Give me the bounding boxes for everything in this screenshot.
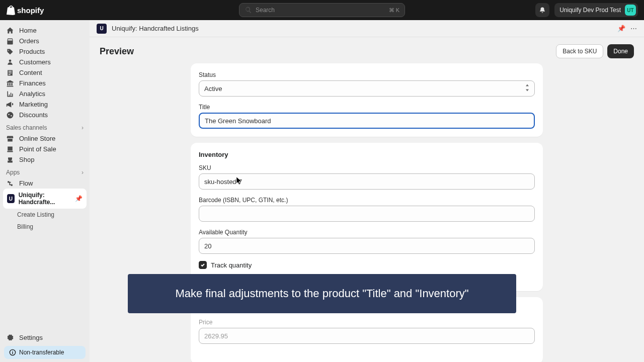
sidebar-item-flow[interactable]: Flow bbox=[0, 178, 90, 189]
topbar-right: Uniquify Dev Prod Test UT bbox=[535, 3, 638, 17]
title-input[interactable] bbox=[199, 113, 535, 129]
search-icon bbox=[245, 6, 253, 14]
qty-label: Available Quantity bbox=[199, 229, 535, 236]
sidebar-item-content[interactable]: Content bbox=[0, 67, 90, 78]
price-input[interactable] bbox=[199, 328, 535, 344]
non-transferable-badge[interactable]: Non-transferable bbox=[4, 346, 86, 359]
checkbox-checked-icon bbox=[199, 261, 207, 269]
marketing-icon bbox=[6, 101, 14, 109]
section-label: Apps bbox=[6, 169, 20, 176]
title-label: Title bbox=[199, 104, 535, 111]
track-quantity-checkbox[interactable]: Track quantity bbox=[199, 261, 535, 269]
sub-item-billing[interactable]: Billing bbox=[0, 221, 90, 233]
flow-icon bbox=[6, 179, 14, 188]
sidebar-item-label: Point of Sale bbox=[19, 145, 56, 153]
topbar: shopify Search ⌘ K Uniquify Dev Prod Tes… bbox=[0, 0, 644, 20]
sidebar-item-shop[interactable]: Shop bbox=[0, 154, 90, 165]
sidebar-item-home[interactable]: Home bbox=[0, 25, 90, 36]
status-select[interactable]: Active bbox=[199, 80, 535, 97]
sidebar-item-label: Home bbox=[19, 27, 37, 34]
pos-icon bbox=[6, 145, 14, 153]
barcode-input[interactable] bbox=[199, 206, 535, 222]
sku-input[interactable] bbox=[199, 173, 535, 190]
app-header: U Uniquify: Handcrafted Listings 📌 ⋯ bbox=[90, 20, 644, 37]
search-placeholder: Search bbox=[256, 7, 275, 14]
gear-icon bbox=[6, 334, 14, 342]
discounts-icon bbox=[6, 111, 14, 119]
sidebar-item-orders[interactable]: Orders bbox=[0, 36, 90, 46]
sidebar-item-label: Flow bbox=[19, 179, 33, 187]
uniquify-app-icon: U bbox=[97, 24, 107, 34]
sidebar-item-label: Uniquify: Handcrafte... bbox=[19, 192, 71, 206]
page-title: Preview bbox=[100, 46, 134, 57]
inventory-heading: Inventory bbox=[199, 151, 535, 158]
sidebar-item-customers[interactable]: Customers bbox=[0, 57, 90, 67]
notifications-button[interactable] bbox=[535, 3, 549, 17]
status-label: Status bbox=[199, 71, 535, 78]
sub-item-label: Create Listing bbox=[17, 211, 54, 218]
checkbox-label: Track quantity bbox=[211, 261, 252, 269]
uniquify-app-icon: U bbox=[7, 194, 15, 203]
analytics-icon bbox=[6, 90, 14, 98]
home-icon bbox=[6, 27, 14, 35]
sidebar-item-label: Customers bbox=[19, 58, 51, 66]
sidebar-item-online-store[interactable]: Online Store bbox=[0, 133, 90, 144]
sidebar-item-label: Orders bbox=[19, 37, 39, 45]
sidebar-item-uniquify[interactable]: U Uniquify: Handcrafte... 📌 bbox=[3, 189, 87, 209]
shopify-logo[interactable]: shopify bbox=[6, 5, 44, 15]
button-label: Done bbox=[613, 48, 628, 55]
status-title-card: Status Active Title bbox=[191, 63, 543, 137]
page-header: Preview Back to SKU Done bbox=[90, 37, 644, 63]
sidebar-item-pos[interactable]: Point of Sale bbox=[0, 144, 90, 154]
barcode-label: Barcode (ISBN, UPC, GTIN, etc.) bbox=[199, 197, 535, 204]
done-button[interactable]: Done bbox=[607, 44, 634, 58]
badge-label: Non-transferable bbox=[19, 349, 64, 356]
info-icon bbox=[9, 349, 16, 356]
more-icon[interactable]: ⋯ bbox=[630, 25, 637, 32]
back-to-sku-button[interactable]: Back to SKU bbox=[556, 44, 603, 58]
chevron-right-icon: › bbox=[82, 124, 84, 131]
avatar: UT bbox=[625, 5, 636, 16]
app-header-title: Uniquify: Handcrafted Listings bbox=[112, 25, 199, 32]
sidebar-item-label: Marketing bbox=[19, 101, 48, 108]
apps-header[interactable]: Apps› bbox=[0, 165, 90, 178]
bell-icon bbox=[539, 7, 546, 14]
chevron-right-icon: › bbox=[82, 169, 84, 176]
sidebar-item-finances[interactable]: Finances bbox=[0, 78, 90, 88]
sidebar-item-settings[interactable]: Settings bbox=[0, 332, 90, 343]
sidebar-item-label: Shop bbox=[19, 156, 34, 163]
search-input[interactable]: Search ⌘ K bbox=[239, 3, 405, 17]
price-label: Price bbox=[199, 319, 535, 326]
sidebar-item-label: Finances bbox=[19, 79, 46, 87]
sidebar-item-label: Online Store bbox=[19, 135, 55, 142]
sidebar-item-marketing[interactable]: Marketing bbox=[0, 99, 90, 110]
shopify-bag-icon bbox=[6, 5, 15, 15]
store-switcher[interactable]: Uniquify Dev Prod Test UT bbox=[554, 3, 638, 17]
sidebar: Home Orders Products Customers Content F… bbox=[0, 20, 90, 362]
sku-label: SKU bbox=[199, 164, 535, 171]
sidebar-item-analytics[interactable]: Analytics bbox=[0, 88, 90, 99]
brand-text: shopify bbox=[17, 6, 44, 15]
sidebar-item-label: Products bbox=[19, 48, 45, 55]
orders-icon bbox=[6, 37, 14, 45]
store-name: Uniquify Dev Prod Test bbox=[559, 7, 621, 14]
inventory-card: Inventory SKU Barcode (ISBN, UPC, GTIN, … bbox=[191, 143, 543, 291]
store-icon bbox=[6, 135, 14, 143]
sidebar-item-label: Analytics bbox=[19, 90, 45, 98]
qty-input[interactable] bbox=[199, 238, 535, 254]
shop-icon bbox=[6, 156, 14, 164]
sidebar-item-label: Discounts bbox=[19, 111, 48, 119]
sub-item-create-listing[interactable]: Create Listing bbox=[0, 209, 90, 221]
sidebar-item-label: Content bbox=[19, 69, 42, 76]
customers-icon bbox=[6, 58, 14, 66]
section-label: Sales channels bbox=[6, 124, 47, 131]
content-icon bbox=[6, 69, 14, 77]
search-kbd: ⌘ K bbox=[389, 7, 399, 14]
sales-channels-header[interactable]: Sales channels› bbox=[0, 120, 90, 133]
sidebar-item-products[interactable]: Products bbox=[0, 46, 90, 57]
pin-icon[interactable]: 📌 bbox=[617, 25, 625, 32]
pin-icon[interactable]: 📌 bbox=[75, 195, 83, 202]
sidebar-item-discounts[interactable]: Discounts bbox=[0, 110, 90, 120]
sub-item-label: Billing bbox=[17, 223, 33, 230]
banner-text: Make final adjustments to the product "T… bbox=[175, 287, 468, 300]
